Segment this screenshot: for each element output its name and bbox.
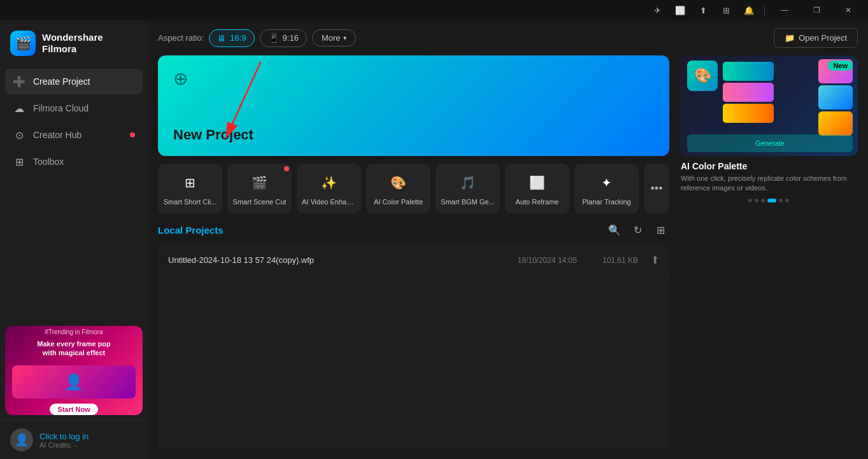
- promo-desc: With one click, precisely replicate colo…: [681, 174, 857, 194]
- chevron-down-icon: ▾: [343, 34, 346, 41]
- promo-info: AI Color Palette With one click, precise…: [679, 161, 858, 194]
- ai-tool-smart-scene-cut[interactable]: 🎬 Smart Scene Cut: [227, 164, 292, 213]
- new-project-card[interactable]: ⊕ New Project: [158, 55, 669, 156]
- left-content: ⊕ New Project ⊞: [158, 55, 669, 449]
- main-content: Aspect ratio: 🖥 16:9 📱 9:16 More ▾ 📁 Ope…: [148, 20, 868, 459]
- display-icon[interactable]: ⬜: [670, 0, 690, 20]
- promo-icon: 🎨: [687, 60, 718, 91]
- titlebar-toolbar: ✈ ⬜ ⬆ ⊞ 🔔 — ❐ ✕: [647, 0, 863, 20]
- content-row: ⊕ New Project ⊞: [148, 55, 868, 459]
- minimize-button[interactable]: —: [770, 0, 799, 20]
- upload-icon[interactable]: ⬆: [651, 254, 659, 266]
- ai-tool-planar-tracking[interactable]: ✦ Planar Tracking: [574, 164, 639, 213]
- table-row[interactable]: Untitled-2024-10-18 13 57 24(copy).wfp 1…: [158, 245, 669, 276]
- project-list: Untitled-2024-10-18 13 57 24(copy).wfp 1…: [158, 245, 669, 449]
- ai-tool-label: AI Video Enhan...: [302, 198, 356, 206]
- ai-credits: AI Credits: -: [39, 441, 89, 449]
- app-logo: 🎬 Wondershare Filmora: [0, 20, 148, 69]
- ai-tool-smart-short-clip[interactable]: ⊞ Smart Short Cli...: [158, 164, 222, 213]
- dot-4[interactable]: [767, 199, 776, 202]
- sidebar-item-label: Toolbox: [33, 157, 64, 167]
- project-name: Untitled-2024-10-18 13 57 24(copy).wfp: [168, 255, 518, 265]
- sidebar-item-label: Create Project: [33, 76, 90, 87]
- notification-dot: [130, 132, 135, 138]
- user-area[interactable]: 👤 Click to log in AI Credits: -: [0, 420, 148, 459]
- ai-tool-auto-reframe[interactable]: ⬜ Auto Reframe: [505, 164, 569, 213]
- aspect-16-9-button[interactable]: 🖥 16:9: [209, 29, 254, 47]
- portrait-icon: 📱: [268, 33, 279, 43]
- titlebar-separator: [764, 5, 765, 15]
- local-projects-header: Local Projects 🔍 ↻ ⊞: [158, 221, 669, 239]
- apps-icon[interactable]: ⊞: [716, 0, 736, 20]
- user-avatar: 👤: [10, 428, 33, 451]
- ad-start-now-button[interactable]: Start Now: [50, 404, 97, 415]
- ai-color-palette-icon: 🎨: [387, 171, 410, 194]
- header-actions: 🔍 ↻ ⊞: [606, 221, 669, 239]
- ad-hashtag: #Trending in Filmora: [32, 328, 116, 335]
- landscape-icon: 🖥: [217, 33, 226, 43]
- project-size: 101.61 KB: [602, 256, 638, 265]
- sidebar-item-creator-hub[interactable]: ⊙ Creator Hub: [5, 122, 143, 148]
- dot-6[interactable]: [785, 199, 789, 202]
- smart-bgm-icon: 🎵: [457, 171, 480, 194]
- ai-tool-ai-video-enhance[interactable]: ✨ AI Video Enhan...: [297, 164, 361, 213]
- ai-tools-more-button[interactable]: •••: [644, 164, 669, 213]
- sidebar-nav: ➕ Create Project ☁ Filmora Cloud ⊙ Creat…: [0, 69, 148, 321]
- share-icon[interactable]: ✈: [647, 0, 667, 20]
- toolbox-icon: ⊞: [13, 155, 25, 168]
- dot-2[interactable]: [755, 199, 758, 202]
- local-projects-title: Local Projects: [158, 225, 224, 236]
- sidebar-item-label: Filmora Cloud: [33, 103, 89, 113]
- close-button[interactable]: ✕: [834, 0, 863, 20]
- ai-tool-label: Smart Scene Cut: [232, 198, 287, 206]
- ad-banner[interactable]: #Trending in Filmora Make every frame po…: [5, 326, 143, 415]
- create-project-icon: ➕: [13, 75, 25, 88]
- local-projects-section: Local Projects 🔍 ↻ ⊞ Untitled-2024-10-18…: [158, 221, 669, 449]
- sidebar-item-filmora-cloud[interactable]: ☁ Filmora Cloud: [5, 95, 143, 121]
- dot-5[interactable]: [779, 199, 783, 202]
- ai-tool-smart-bgm[interactable]: 🎵 Smart BGM Ge...: [436, 164, 500, 213]
- dot-3[interactable]: [761, 199, 765, 202]
- search-button[interactable]: 🔍: [606, 221, 623, 239]
- carousel-dots: [679, 199, 858, 202]
- ai-video-enhance-icon: ✨: [318, 171, 341, 194]
- creator-hub-icon: ⊙: [13, 129, 25, 141]
- ai-tool-label: Planar Tracking: [580, 198, 634, 206]
- ai-tool-label: Smart BGM Ge...: [441, 198, 495, 206]
- ad-title: Make every frame pop with magical effect: [32, 337, 116, 360]
- project-date: 18/10/2024 14:05: [518, 256, 577, 265]
- smart-short-clip-icon: ⊞: [179, 171, 202, 194]
- right-panel: New 🎨: [679, 55, 858, 449]
- dot-1[interactable]: [748, 199, 752, 202]
- smart-scene-cut-icon: 🎬: [248, 171, 271, 194]
- auto-reframe-icon: ⬜: [526, 171, 549, 194]
- restore-button[interactable]: ❐: [802, 0, 831, 20]
- grid-view-button[interactable]: ⊞: [651, 221, 669, 239]
- aspect-ratio-label: Aspect ratio:: [158, 33, 204, 43]
- cloud-icon[interactable]: ⬆: [693, 0, 713, 20]
- bell-icon[interactable]: 🔔: [739, 0, 759, 20]
- sidebar-item-label: Creator Hub: [33, 130, 82, 140]
- new-project-label: New Project: [173, 127, 253, 143]
- logo-icon: 🎬: [10, 31, 36, 56]
- ai-tool-label: Auto Reframe: [510, 198, 564, 206]
- more-aspect-button[interactable]: More ▾: [312, 29, 356, 46]
- titlebar: ✈ ⬜ ⬆ ⊞ 🔔 — ❐ ✕: [0, 0, 868, 20]
- sidebar-item-create-project[interactable]: ➕ Create Project: [5, 69, 143, 94]
- ai-tool-ai-color-palette[interactable]: 🎨 AI Color Palette: [366, 164, 430, 213]
- promo-card[interactable]: New 🎨: [679, 55, 858, 156]
- login-link[interactable]: Click to log in: [39, 432, 89, 441]
- sidebar-item-toolbox[interactable]: ⊞ Toolbox: [5, 149, 143, 174]
- ai-tool-label: Smart Short Cli...: [163, 198, 217, 206]
- refresh-button[interactable]: ↻: [629, 221, 646, 239]
- plus-circle-icon: ⊕: [173, 68, 188, 89]
- app-name: Wondershare Filmora: [42, 32, 103, 55]
- folder-icon: 📁: [785, 33, 795, 43]
- planar-tracking-icon: ✦: [595, 171, 618, 194]
- main-layout: 🎬 Wondershare Filmora ➕ Create Project ☁…: [0, 20, 868, 459]
- sidebar: 🎬 Wondershare Filmora ➕ Create Project ☁…: [0, 20, 148, 459]
- cloud-icon: ☁: [13, 102, 25, 115]
- open-project-button[interactable]: 📁 Open Project: [774, 28, 858, 48]
- aspect-9-16-button[interactable]: 📱 9:16: [260, 29, 307, 47]
- ai-tools-row: ⊞ Smart Short Cli... 🎬 Smart Scene Cut ✨…: [158, 164, 669, 213]
